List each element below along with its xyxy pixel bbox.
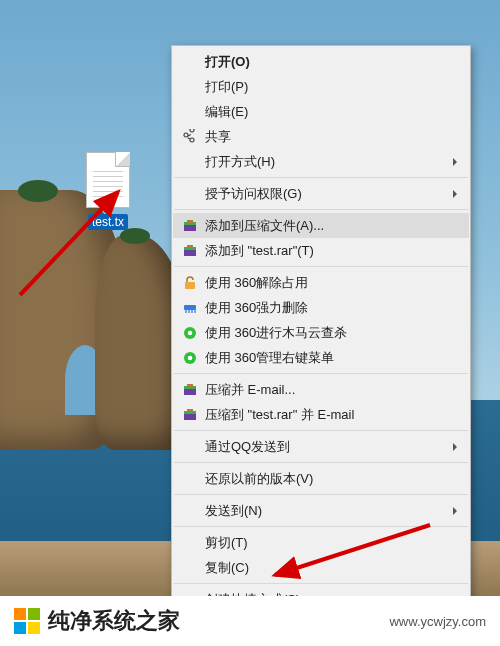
menu-compress-testrar-email[interactable]: 压缩到 "test.rar" 并 E-mail xyxy=(173,402,469,427)
menu-send-to[interactable]: 发送到(N) xyxy=(173,498,469,523)
winrar-icon xyxy=(179,381,201,399)
share-icon xyxy=(179,128,201,146)
svg-rect-7 xyxy=(185,282,195,289)
menu-separator xyxy=(174,526,468,527)
360-icon xyxy=(179,324,201,342)
menu-copy[interactable]: 复制(C) xyxy=(173,555,469,580)
winrar-icon xyxy=(179,242,201,260)
menu-compress-email[interactable]: 压缩并 E-mail... xyxy=(173,377,469,402)
menu-open-with[interactable]: 打开方式(H) xyxy=(173,149,469,174)
svg-rect-15 xyxy=(187,384,193,387)
file-icon xyxy=(86,152,130,208)
wallpaper-bush xyxy=(18,180,58,202)
desktop-file-test[interactable]: test.tx xyxy=(72,152,144,230)
menu-360-trojan-scan[interactable]: 使用 360进行木马云查杀 xyxy=(173,320,469,345)
unlock-icon xyxy=(179,274,201,292)
file-label: test.tx xyxy=(88,214,128,230)
svg-point-10 xyxy=(188,330,193,335)
svg-rect-6 xyxy=(187,245,193,248)
desktop: test.tx 打开(O) 打印(P) 编辑(E) 共享 打开方式(H) 授予访… xyxy=(0,0,500,646)
menu-separator xyxy=(174,583,468,584)
menu-360-manage-menu[interactable]: 使用 360管理右键菜单 xyxy=(173,345,469,370)
menu-cut[interactable]: 剪切(T) xyxy=(173,530,469,555)
menu-share[interactable]: 共享 xyxy=(173,124,469,149)
menu-360-force-delete[interactable]: 使用 360强力删除 xyxy=(173,295,469,320)
menu-separator xyxy=(174,266,468,267)
site-name: 纯净系统之家 xyxy=(48,606,180,636)
menu-separator xyxy=(174,430,468,431)
menu-separator xyxy=(174,462,468,463)
menu-qq-send[interactable]: 通过QQ发送到 xyxy=(173,434,469,459)
menu-print[interactable]: 打印(P) xyxy=(173,74,469,99)
menu-360-unlock[interactable]: 使用 360解除占用 xyxy=(173,270,469,295)
menu-open[interactable]: 打开(O) xyxy=(173,49,469,74)
360-icon xyxy=(179,349,201,367)
menu-restore-versions[interactable]: 还原以前的版本(V) xyxy=(173,466,469,491)
wallpaper-bush xyxy=(120,228,150,244)
site-url: www.ycwjzy.com xyxy=(389,614,486,629)
menu-separator xyxy=(174,373,468,374)
menu-add-to-testrar[interactable]: 添加到 "test.rar"(T) xyxy=(173,238,469,263)
svg-point-12 xyxy=(188,355,193,360)
winrar-icon xyxy=(179,217,201,235)
menu-separator xyxy=(174,494,468,495)
menu-edit[interactable]: 编辑(E) xyxy=(173,99,469,124)
menu-grant-access[interactable]: 授予访问权限(G) xyxy=(173,181,469,206)
winrar-icon xyxy=(179,406,201,424)
shredder-icon xyxy=(179,299,201,317)
svg-rect-3 xyxy=(187,220,193,223)
context-menu: 打开(O) 打印(P) 编辑(E) 共享 打开方式(H) 授予访问权限(G) 添… xyxy=(171,45,471,646)
menu-separator xyxy=(174,209,468,210)
menu-separator xyxy=(174,177,468,178)
svg-rect-8 xyxy=(184,305,196,310)
site-logo-icon xyxy=(14,608,40,634)
svg-rect-18 xyxy=(187,409,193,412)
menu-add-to-archive[interactable]: 添加到压缩文件(A)... xyxy=(173,213,469,238)
watermark-footer: 纯净系统之家 www.ycwjzy.com xyxy=(0,596,500,646)
